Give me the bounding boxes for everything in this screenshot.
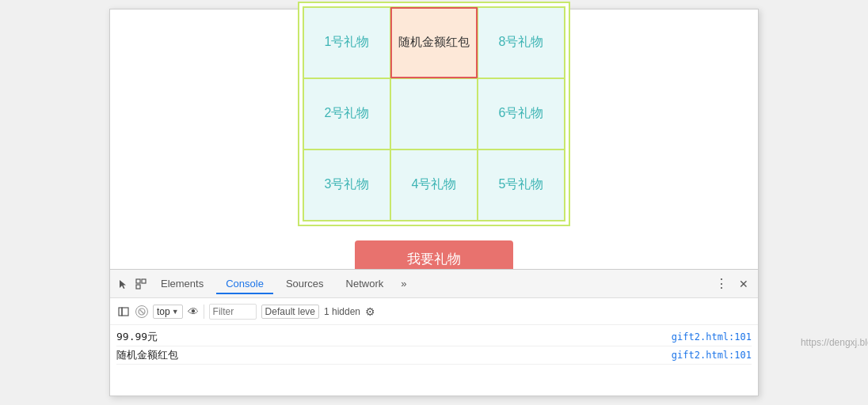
svg-line-6 — [140, 309, 144, 313]
cell-6[interactable]: 6号礼物 — [478, 78, 565, 150]
eye-icon[interactable]: 👁 — [188, 305, 199, 318]
cursor-icon[interactable] — [116, 277, 131, 291]
filter-input[interactable] — [209, 304, 257, 320]
sidebar-toggle-icon[interactable] — [116, 305, 131, 319]
console-link-0[interactable]: gift2.html:101 — [672, 331, 752, 343]
hidden-count: 1 hidden — [324, 306, 360, 317]
devtools-tabs-bar: Elements Console Sources Network » ⋮ ✕ — [110, 270, 758, 298]
chevron-down-icon: ▼ — [172, 308, 179, 316]
cell-8[interactable]: 8号礼物 — [478, 7, 565, 78]
inspect-icon[interactable] — [134, 277, 148, 291]
devtools-toolbar: top ▼ 👁 Default leve 1 hidden ⚙ — [110, 298, 758, 325]
separator — [204, 305, 204, 319]
settings-icon[interactable]: ⚙ — [365, 305, 375, 318]
browser-window: 1号礼物 随机金额红包 8号礼物 2号礼物 6号礼物 — [109, 9, 759, 396]
cell-5[interactable]: 5号礼物 — [478, 150, 565, 221]
svg-rect-0 — [136, 279, 140, 283]
console-row-1: 随机金额红包 gift2.html:101 — [116, 346, 752, 365]
svg-rect-2 — [136, 285, 140, 289]
console-output: 99.99元 gift2.html:101 随机金额红包 gift2.html:… — [110, 325, 758, 396]
console-text-1: 随机金额红包 — [116, 348, 178, 362]
lottery-grid: 1号礼物 随机金额红包 8号礼物 2号礼物 6号礼物 — [303, 6, 565, 221]
log-level-selector[interactable]: Default leve — [261, 305, 319, 319]
page-content: 1号礼物 随机金额红包 8号礼物 2号礼物 6号礼物 — [110, 9, 758, 269]
svg-rect-1 — [142, 279, 146, 283]
watermark: https://dengxj.blog.csdn.net — [801, 337, 868, 348]
clear-console-icon[interactable] — [135, 305, 148, 318]
context-selector[interactable]: top ▼ — [153, 305, 183, 319]
more-tabs[interactable]: » — [396, 274, 411, 293]
grid-outer: 1号礼物 随机金额红包 8号礼物 2号礼物 6号礼物 — [298, 2, 570, 226]
tab-sources[interactable]: Sources — [276, 274, 333, 294]
devtools-panel: Elements Console Sources Network » ⋮ ✕ t… — [110, 269, 758, 396]
console-link-1[interactable]: gift2.html:101 — [672, 350, 752, 361]
context-selector-label: top — [157, 306, 170, 317]
svg-rect-4 — [122, 308, 128, 316]
console-text-0: 99.99元 — [116, 330, 158, 344]
cell-center[interactable]: 随机金额红包 — [390, 7, 478, 78]
cell-2[interactable]: 2号礼物 — [303, 78, 390, 150]
cell-empty — [390, 78, 478, 150]
tab-network[interactable]: Network — [337, 274, 394, 294]
devtools-menu-button[interactable]: ⋮ — [710, 276, 733, 291]
cell-3[interactable]: 3号礼物 — [303, 150, 390, 221]
cell-4[interactable]: 4号礼物 — [390, 150, 478, 221]
devtools-close-button[interactable]: ✕ — [736, 278, 752, 290]
svg-rect-3 — [119, 308, 122, 316]
console-row-0: 99.99元 gift2.html:101 — [116, 328, 752, 346]
tab-elements[interactable]: Elements — [151, 274, 213, 294]
cell-1[interactable]: 1号礼物 — [303, 7, 390, 78]
tab-console[interactable]: Console — [216, 274, 273, 294]
